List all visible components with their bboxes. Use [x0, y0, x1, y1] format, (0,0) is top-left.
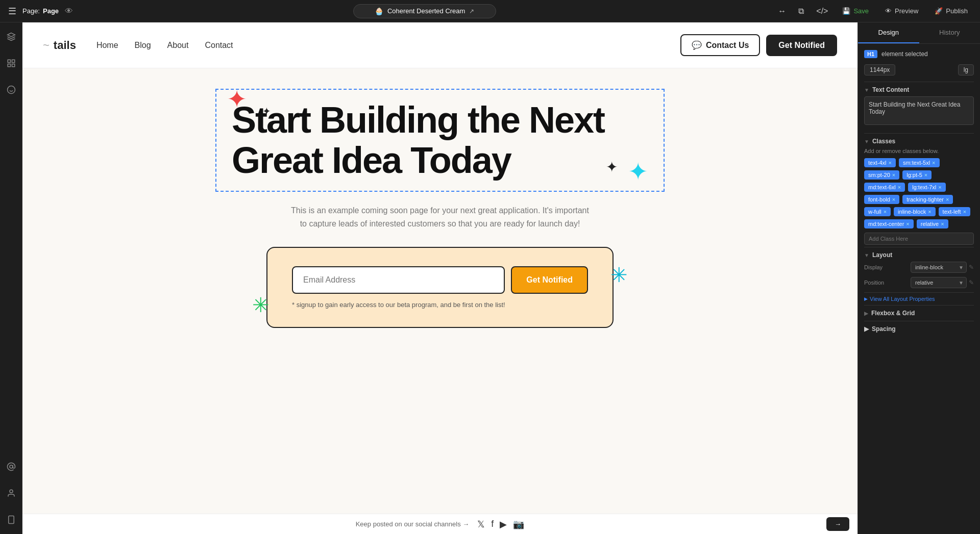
- code-icon[interactable]: </>: [814, 5, 830, 18]
- hero-section: ✦ ✦ Start Building the Next Great Idea T…: [22, 68, 857, 338]
- class-tag[interactable]: lg:pt-5×: [902, 170, 932, 180]
- youtube-icon[interactable]: ▶: [500, 519, 507, 530]
- nav-link-contact[interactable]: Contact: [205, 41, 233, 50]
- spacing-section[interactable]: ▶ Spacing: [864, 321, 974, 337]
- tab-history[interactable]: History: [919, 22, 981, 43]
- sidebar-icon-phone[interactable]: [3, 512, 19, 528]
- nav-logo: ~ tails: [43, 39, 76, 52]
- class-tag[interactable]: md:text-6xl×: [864, 183, 905, 192]
- chevron-right-icon: ▶: [864, 296, 868, 301]
- top-bar-right: ↔ ⧉ </> 💾 Save 👁 Preview 🚀 Publish: [776, 5, 972, 18]
- external-link-icon[interactable]: ↗: [469, 8, 474, 15]
- position-row: Position relative ▼ ✎: [864, 277, 974, 288]
- flexbox-grid-section[interactable]: ▶ Flexbox & Grid: [864, 305, 974, 321]
- display-edit-icon[interactable]: ✎: [969, 264, 974, 271]
- navbar: ~ tails Home Blog About Contact 💬 Contac…: [22, 22, 857, 68]
- remove-class-icon[interactable]: ×: [928, 209, 931, 215]
- sidebar-icon-at[interactable]: [3, 459, 19, 475]
- url-bar[interactable]: 🧁 Coherent Deserted Cream ↗: [353, 4, 496, 18]
- text-content-section-header[interactable]: ▼ Text Content: [864, 82, 974, 96]
- classes-section-header[interactable]: ▼ Classes: [864, 133, 974, 148]
- display-select[interactable]: inline-block: [911, 262, 967, 273]
- right-panel: Design History H1 element selected 1144p…: [857, 22, 980, 534]
- nav-links: Home Blog About Contact: [96, 41, 680, 50]
- left-sidebar: [0, 22, 22, 534]
- remove-class-icon[interactable]: ×: [884, 209, 887, 215]
- facebook-icon[interactable]: f: [491, 519, 494, 530]
- hamburger-icon[interactable]: ☰: [8, 6, 16, 17]
- nav-link-about[interactable]: About: [167, 41, 189, 50]
- size-px-badge: 1144px: [864, 64, 895, 75]
- chevron-down-icon-layout: ▼: [864, 252, 869, 258]
- arrows-icon[interactable]: ↔: [776, 5, 788, 18]
- svg-rect-1: [8, 60, 10, 62]
- class-tag[interactable]: text-left×: [939, 207, 971, 216]
- sidebar-icon-person[interactable]: [3, 485, 19, 501]
- sparkle-outline-br-icon: ✦: [606, 159, 618, 175]
- logo-text: tails: [54, 39, 76, 52]
- remove-class-icon[interactable]: ×: [924, 172, 927, 178]
- nav-link-home[interactable]: Home: [96, 41, 118, 50]
- display-select-wrap: inline-block ▼ ✎: [911, 262, 974, 273]
- position-select-wrap: relative ▼ ✎: [911, 277, 974, 288]
- signup-form: Get Notified: [292, 266, 588, 294]
- class-tag[interactable]: lg:text-7xl×: [908, 183, 946, 192]
- preview-button[interactable]: 👁 Preview: [881, 5, 922, 17]
- class-tag[interactable]: relative×: [917, 219, 948, 228]
- url-text: Coherent Deserted Cream: [387, 7, 465, 15]
- element-selected-label: element selected: [881, 50, 928, 58]
- sidebar-icon-layers[interactable]: [3, 29, 19, 45]
- view-layout-properties-link[interactable]: ▶ View All Layout Properties: [864, 292, 974, 305]
- page-content: ~ tails Home Blog About Contact 💬 Contac…: [22, 22, 857, 534]
- class-tag[interactable]: w-full×: [864, 207, 891, 216]
- layout-label: Layout: [872, 251, 892, 259]
- copy-icon[interactable]: ⧉: [796, 5, 806, 18]
- tab-design[interactable]: Design: [858, 22, 919, 43]
- remove-class-icon[interactable]: ×: [906, 221, 909, 227]
- remove-class-icon[interactable]: ×: [888, 160, 891, 166]
- svg-rect-3: [12, 64, 14, 67]
- position-edit-icon[interactable]: ✎: [969, 279, 974, 286]
- email-input[interactable]: [292, 266, 505, 294]
- sidebar-icon-smiley[interactable]: [3, 82, 19, 98]
- sidebar-icon-components[interactable]: [3, 55, 19, 71]
- get-notified-nav-button[interactable]: Get Notified: [766, 35, 837, 56]
- bottom-arrow-button[interactable]: →: [826, 517, 849, 531]
- notify-button[interactable]: Get Notified: [511, 266, 588, 294]
- position-label: Position: [864, 279, 884, 286]
- class-tag[interactable]: text-4xl×: [864, 158, 896, 167]
- remove-class-icon[interactable]: ×: [898, 184, 901, 190]
- add-class-input[interactable]: [864, 233, 974, 245]
- remove-class-icon[interactable]: ×: [946, 196, 949, 202]
- remove-class-icon[interactable]: ×: [963, 209, 966, 215]
- canvas-scroll[interactable]: ~ tails Home Blog About Contact 💬 Contac…: [22, 22, 857, 534]
- nav-link-blog[interactable]: Blog: [135, 41, 151, 50]
- top-bar: ☰ Page: Page 👁 🧁 Coherent Deserted Cream…: [0, 0, 980, 22]
- contact-us-button[interactable]: 💬 Contact Us: [680, 34, 760, 56]
- remove-class-icon[interactable]: ×: [932, 160, 935, 166]
- position-select[interactable]: relative: [911, 277, 967, 288]
- remove-class-icon[interactable]: ×: [892, 172, 895, 178]
- twitter-icon[interactable]: 𝕏: [477, 519, 485, 530]
- class-tag[interactable]: md:text-center×: [864, 219, 914, 228]
- remove-class-icon[interactable]: ×: [941, 221, 944, 227]
- canvas-area: ~ tails Home Blog About Contact 💬 Contac…: [22, 22, 857, 534]
- class-tag[interactable]: sm:pt-20×: [864, 170, 899, 180]
- class-tag[interactable]: inline-block×: [894, 207, 935, 216]
- class-tag[interactable]: sm:text-5xl×: [899, 158, 940, 167]
- sparkle-outline-tl-icon: ✦: [262, 105, 271, 117]
- remove-class-icon[interactable]: ×: [938, 184, 941, 190]
- hero-title-box[interactable]: ✦ ✦ Start Building the Next Great Idea T…: [215, 89, 665, 192]
- svg-point-9: [10, 490, 13, 493]
- eye-icon[interactable]: 👁: [65, 7, 73, 16]
- text-content-textarea[interactable]: Start Building the Next Great Idea Today: [864, 96, 974, 125]
- instagram-icon[interactable]: 📷: [513, 519, 524, 530]
- publish-button[interactable]: 🚀 Publish: [930, 5, 972, 17]
- class-tag[interactable]: font-bold×: [864, 195, 899, 204]
- chat-icon: 💬: [692, 40, 702, 50]
- class-tag[interactable]: tracking-tighter×: [902, 195, 953, 204]
- layout-section-header[interactable]: ▼ Layout: [864, 247, 974, 262]
- nav-right: 💬 Contact Us Get Notified: [680, 34, 837, 56]
- save-button[interactable]: 💾 Save: [838, 5, 873, 17]
- remove-class-icon[interactable]: ×: [892, 196, 895, 202]
